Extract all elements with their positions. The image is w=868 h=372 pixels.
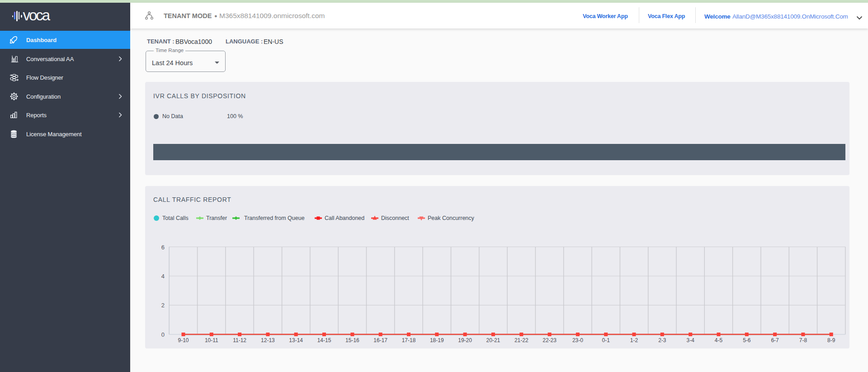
svg-text:6-7: 6-7 (771, 337, 779, 343)
svg-text:14-15: 14-15 (317, 337, 331, 343)
svg-text:11-12: 11-12 (233, 337, 246, 343)
svg-text:23-0: 23-0 (572, 337, 583, 343)
svg-text:0: 0 (161, 331, 165, 338)
svg-text:9-10: 9-10 (178, 337, 189, 343)
svg-text:7-8: 7-8 (799, 337, 807, 343)
svg-text:12-13: 12-13 (261, 337, 275, 343)
svg-text:15-16: 15-16 (345, 337, 359, 343)
svg-text:10-11: 10-11 (205, 337, 218, 343)
svg-text:20-21: 20-21 (486, 337, 500, 343)
svg-text:13-14: 13-14 (289, 337, 303, 343)
svg-text:2-3: 2-3 (658, 337, 666, 343)
svg-text:4-5: 4-5 (715, 337, 723, 343)
svg-text:3-4: 3-4 (687, 337, 695, 343)
svg-text:8-9: 8-9 (827, 337, 835, 343)
svg-text:5-6: 5-6 (743, 337, 751, 343)
svg-text:0-1: 0-1 (602, 337, 610, 343)
svg-text:19-20: 19-20 (458, 337, 472, 343)
svg-text:21-22: 21-22 (514, 337, 528, 343)
svg-text:4: 4 (161, 273, 165, 280)
svg-text:6: 6 (161, 244, 165, 251)
svg-text:22-23: 22-23 (542, 337, 557, 343)
svg-text:2: 2 (161, 302, 165, 309)
svg-text:1-2: 1-2 (630, 337, 638, 343)
svg-text:17-18: 17-18 (402, 337, 416, 343)
svg-text:16-17: 16-17 (373, 337, 387, 343)
svg-text:18-19: 18-19 (430, 337, 444, 343)
